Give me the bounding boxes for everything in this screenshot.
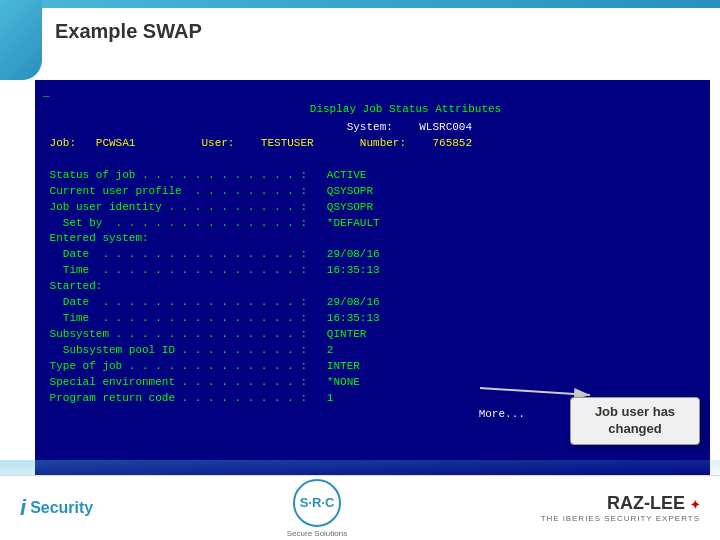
razlee-subtitle: THE iBERIES SECURITY EXPERTS — [541, 514, 700, 523]
terminal-line-1: Status of job . . . . . . . . . . . . : … — [43, 168, 702, 184]
isecurity-text: Security — [30, 499, 93, 517]
terminal-spacer — [43, 152, 702, 168]
terminal-line-3: Job user identity . . . . . . . . . . : … — [43, 200, 702, 216]
left-accent-bar — [0, 0, 42, 80]
razlee-logo: RAZ-LEE ✦ THE iBERIES SECURITY EXPERTS — [541, 493, 700, 523]
top-decorative-bar — [0, 0, 720, 8]
terminal-line-14: Special environment . . . . . . . . . : … — [43, 375, 702, 391]
isecurity-i: i — [20, 495, 26, 521]
terminal-line-10: Time . . . . . . . . . . . . . . . : 16:… — [43, 311, 702, 327]
terminal-line-13: Type of job . . . . . . . . . . . . . : … — [43, 359, 702, 375]
src-tagline: Secure Solutions — [287, 529, 347, 538]
razlee-text: RAZ-LEE ✦ — [607, 493, 700, 514]
callout-box: Job user has changed — [570, 397, 700, 445]
razlee-star: ✦ — [690, 498, 700, 512]
terminal-line-4: Set by . . . . . . . . . . . . . . : *DE… — [43, 216, 702, 232]
src-text: S·R·C — [300, 495, 335, 510]
src-logo: S·R·C Secure Solutions — [287, 479, 347, 538]
terminal-line-7: Time . . . . . . . . . . . . . . . : 16:… — [43, 263, 702, 279]
terminal-line-2: Current user profile . . . . . . . . : Q… — [43, 184, 702, 200]
callout-text: Job user has changed — [595, 404, 675, 436]
page-title: Example SWAP — [55, 20, 202, 43]
isecurity-logo: i Security — [20, 495, 93, 521]
terminal-system-line: System: WLSRC004 — [43, 120, 702, 136]
terminal-line-9: Date . . . . . . . . . . . . . . . : 29/… — [43, 295, 702, 311]
terminal-underscore: _ — [43, 86, 702, 102]
terminal-line-12: Subsystem pool ID . . . . . . . . . : 2 — [43, 343, 702, 359]
terminal-line-6: Date . . . . . . . . . . . . . . . : 29/… — [43, 247, 702, 263]
terminal-line-5: Entered system: — [43, 231, 702, 247]
terminal-line-11: Subsystem . . . . . . . . . . . . . . : … — [43, 327, 702, 343]
footer: i Security S·R·C Secure Solutions RAZ-LE… — [0, 475, 720, 540]
terminal-job-line: Job: PCWSA1 User: TESTUSER Number: 76585… — [43, 136, 702, 152]
terminal-line-8: Started: — [43, 279, 702, 295]
src-circle: S·R·C — [293, 479, 341, 527]
terminal-header: Display Job Status Attributes — [43, 102, 702, 118]
